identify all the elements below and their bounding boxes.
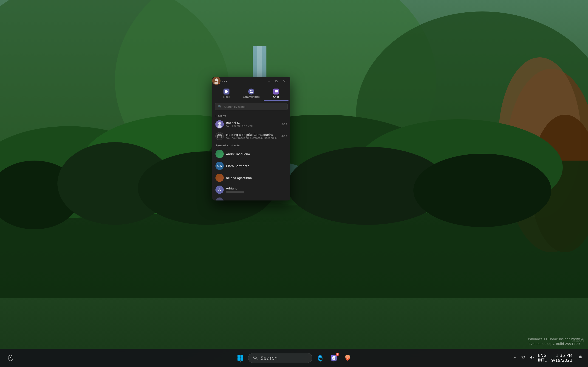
helena-avatar [216, 174, 224, 182]
contact-helena[interactable]: helena agostinho [214, 172, 288, 184]
svg-point-8 [0, 126, 161, 218]
meet-icon [224, 89, 229, 94]
chat-icon [273, 89, 279, 94]
taskbar-left [5, 352, 17, 364]
volume-icon[interactable] [529, 354, 535, 362]
meeting-name: Meeting with João Carrasqueira [226, 133, 279, 136]
clara-info: Clara Sarmento [226, 164, 287, 168]
edge-icon[interactable] [314, 352, 326, 364]
system-tray [512, 354, 535, 362]
search-icon: 🔍 [218, 105, 222, 108]
svg-point-36 [10, 357, 11, 358]
svg-point-4 [505, 69, 588, 252]
panel-content: Recent [212, 113, 290, 200]
taskbar-search-label: Search [260, 355, 278, 361]
svg-rect-38 [241, 355, 243, 358]
title-bar: T ••• ─ ⧉ ✕ [212, 77, 290, 86]
tab-chat[interactable]: Chat [264, 87, 288, 101]
svg-text:T: T [333, 358, 334, 359]
svg-point-23 [251, 90, 253, 92]
start-indicator [240, 361, 241, 362]
svg-point-1 [0, 0, 230, 206]
clock-time: 1:35 PM [556, 353, 572, 358]
teams-notification-badge: 1 [336, 353, 339, 356]
adriano-avatar: A [216, 186, 224, 194]
panel-search-bar[interactable]: 🔍 [215, 103, 288, 110]
contact-alexandre[interactable]: AD Alexandre Deus [214, 196, 288, 200]
edge-indicator [320, 361, 321, 362]
communities-icon [248, 89, 254, 94]
meeting-info: Meeting with João Carrasqueira You: Your… [226, 133, 279, 140]
andre-avatar [216, 150, 224, 158]
tab-chat-label: Chat [273, 95, 279, 98]
meeting-time: 4/15 [281, 135, 287, 138]
taskbar-right: ENG INTL 1:35 PM 9/19/2023 [512, 352, 583, 364]
teams-indicator [334, 361, 334, 362]
svg-point-17 [57, 142, 172, 225]
svg-rect-40 [241, 358, 243, 361]
window-controls: ─ ⧉ ✕ [266, 78, 288, 84]
clock-widget[interactable]: 1:35 PM 9/19/2023 [549, 352, 574, 364]
nav-tabs: Meet Communities [212, 86, 290, 101]
svg-point-11 [356, 119, 563, 216]
teams-panel: T ••• ─ ⧉ ✕ Meet [212, 77, 290, 200]
adriano-status-bar [226, 191, 244, 193]
adriano-initials: A [218, 188, 221, 192]
svg-rect-37 [237, 355, 240, 358]
notification-icon[interactable] [577, 354, 583, 362]
alexandre-avatar: AD [216, 198, 224, 200]
brave-icon[interactable] [342, 352, 354, 364]
meeting-preview: You: Your meeting is created. Meeting li… [226, 136, 279, 140]
alexandre-initials: AD [217, 200, 222, 200]
svg-point-6 [531, 115, 588, 252]
adriano-name: Adriano [226, 187, 287, 190]
synced-contacts-label: Synced contacts [214, 142, 288, 148]
minimize-button[interactable]: ─ [266, 78, 272, 84]
svg-rect-21 [225, 90, 227, 93]
taskbar: Search [0, 349, 588, 367]
start-button[interactable] [234, 352, 246, 364]
language-code: ENG [538, 353, 547, 358]
desktop: T ••• ─ ⧉ ✕ Meet [0, 0, 588, 367]
clock-date: 9/19/2023 [551, 358, 572, 363]
close-button[interactable]: ✕ [281, 78, 288, 84]
recent-item-rachel[interactable]: Rachel K. You: I'm still on a call 8/17 [214, 118, 288, 130]
tray-expand-icon[interactable] [512, 354, 518, 362]
svg-point-3 [356, 11, 588, 218]
contact-adriano[interactable]: A Adriano [214, 184, 288, 196]
xda-watermark: XDA [570, 336, 586, 344]
andre-name: André Tasqueiro [226, 152, 287, 156]
helena-name: helena agostinho [226, 176, 287, 180]
teams-icon[interactable]: T 1 [328, 352, 340, 364]
adriano-info: Adriano [226, 187, 287, 193]
svg-point-25 [251, 92, 253, 93]
more-options-icon[interactable]: ••• [222, 79, 228, 83]
tab-meet[interactable]: Meet [214, 87, 239, 101]
svg-point-5 [498, 57, 581, 218]
clara-initials: CS [217, 164, 222, 168]
rachel-info: Rachel K. You: I'm still on a call [226, 121, 279, 127]
network-icon[interactable] [520, 354, 527, 362]
meeting-avatar [216, 132, 224, 140]
svg-point-46 [523, 359, 523, 359]
taskbar-center: Search [234, 352, 354, 364]
svg-point-22 [250, 90, 251, 92]
language-widget[interactable]: ENG INTL [538, 353, 547, 363]
tab-communities[interactable]: Communities [239, 87, 264, 101]
tab-communities-label: Communities [243, 95, 260, 98]
search-input[interactable] [224, 105, 285, 108]
alexandre-name: Alexandre Deus [226, 200, 287, 201]
taskbar-search[interactable]: Search [248, 353, 312, 363]
andre-info: André Tasqueiro [226, 152, 287, 156]
recent-item-meeting[interactable]: Meeting with João Carrasqueira You: Your… [214, 130, 288, 142]
contact-andre[interactable]: André Tasqueiro [214, 148, 288, 160]
restore-button[interactable]: ⧉ [273, 78, 280, 84]
recent-section-label: Recent [214, 113, 288, 118]
svg-rect-0 [0, 0, 588, 349]
contact-clara[interactable]: CS Clara Sarmento [214, 160, 288, 172]
security-icon[interactable] [5, 352, 17, 364]
svg-point-16 [0, 161, 80, 229]
svg-point-20 [414, 154, 551, 227]
rachel-preview: You: I'm still on a call [226, 125, 279, 127]
rachel-avatar [216, 120, 224, 128]
